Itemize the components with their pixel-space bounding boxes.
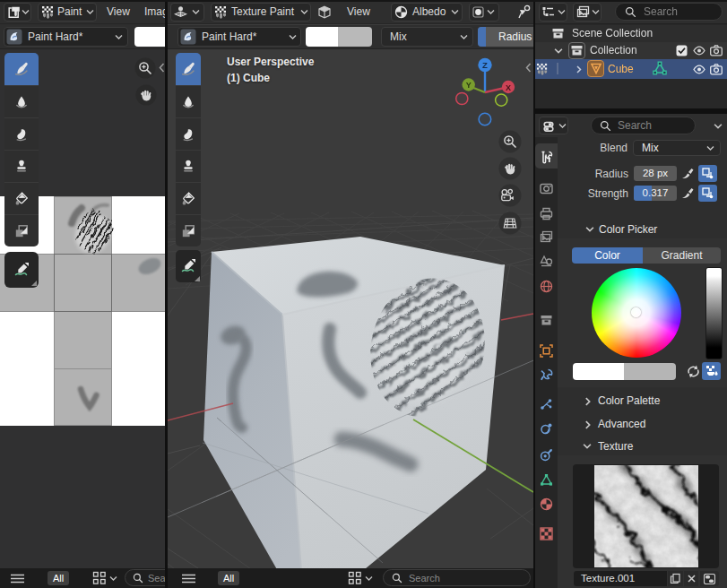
svg-text:Y: Y: [466, 81, 472, 90]
svg-text:Z: Z: [482, 60, 488, 70]
svg-text:X: X: [506, 83, 511, 92]
